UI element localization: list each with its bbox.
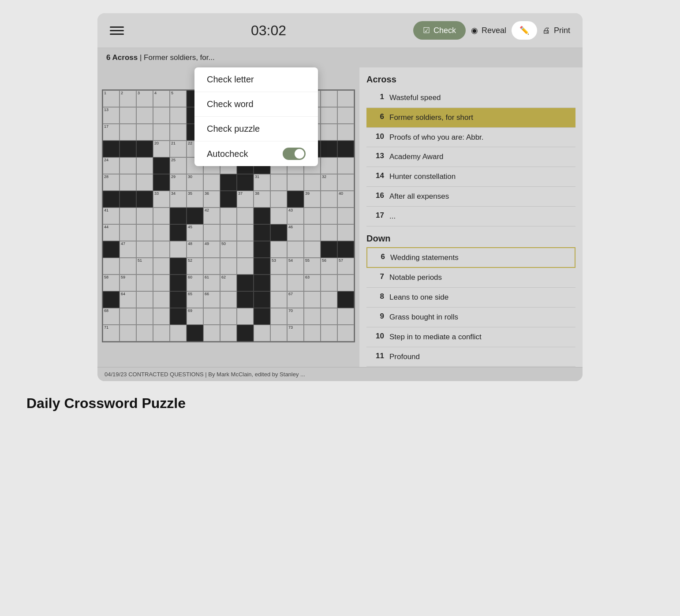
cell-5-9[interactable]: 31 <box>254 174 270 191</box>
cell-0-1[interactable]: 2 <box>120 90 136 107</box>
cell-6-5[interactable]: 35 <box>187 191 203 208</box>
cell-4-4[interactable]: 25 <box>170 157 187 174</box>
cell-12-6[interactable]: 66 <box>203 291 220 308</box>
clue-across-6[interactable]: 6 Former soldiers, for short <box>366 108 575 128</box>
cell-8-5[interactable]: 45 <box>187 224 203 241</box>
cell-12-1[interactable]: 64 <box>120 291 136 308</box>
clue-across-10[interactable]: 10 Proofs of who you are: Abbr. <box>366 128 575 148</box>
cell-9-5[interactable]: 48 <box>187 241 203 258</box>
cell-5-12[interactable] <box>304 174 321 191</box>
cell-5-1[interactable] <box>120 174 136 191</box>
cell-14-12[interactable] <box>304 325 321 341</box>
check-word-item[interactable]: Check word <box>194 92 318 117</box>
cell-9-10[interactable] <box>270 241 287 258</box>
cell-5-11[interactable] <box>287 174 304 191</box>
cell-11-3[interactable] <box>153 275 170 291</box>
cell-10-7[interactable] <box>220 258 237 275</box>
cell-9-11[interactable] <box>287 241 304 258</box>
cell-6-13[interactable] <box>321 191 337 208</box>
cell-6-3[interactable]: 33 <box>153 191 170 208</box>
cell-9-7[interactable]: 50 <box>220 241 237 258</box>
cell-14-7[interactable] <box>220 325 237 341</box>
cell-6-14[interactable]: 40 <box>337 191 354 208</box>
cell-13-6[interactable] <box>203 308 220 325</box>
cell-14-11[interactable]: 73 <box>287 325 304 341</box>
cell-11-5[interactable]: 60 <box>187 275 203 291</box>
cell-11-11[interactable] <box>287 275 304 291</box>
cell-13-13[interactable] <box>321 308 337 325</box>
cell-0-0[interactable]: 1 <box>103 90 120 107</box>
cell-11-12[interactable]: 63 <box>304 275 321 291</box>
cell-2-1[interactable] <box>120 124 136 141</box>
cell-9-4[interactable] <box>170 241 187 258</box>
cell-1-3[interactable] <box>153 107 170 124</box>
cell-2-2[interactable] <box>136 124 153 141</box>
clue-down-7[interactable]: 7 Notable periods <box>366 268 575 288</box>
cell-13-0[interactable]: 68 <box>103 308 120 325</box>
cell-4-2[interactable] <box>136 157 153 174</box>
cell-1-4[interactable] <box>170 107 187 124</box>
cell-14-10[interactable] <box>270 325 287 341</box>
cell-10-12[interactable]: 55 <box>304 258 321 275</box>
reveal-button[interactable]: ◉ Reveal <box>471 26 506 35</box>
cell-5-6[interactable] <box>203 174 220 191</box>
cell-10-13[interactable]: 56 <box>321 258 337 275</box>
cell-14-13[interactable] <box>321 325 337 341</box>
cell-13-10[interactable] <box>270 308 287 325</box>
cell-5-0[interactable]: 28 <box>103 174 120 191</box>
clue-across-14[interactable]: 14 Hunter constellation <box>366 167 575 187</box>
cell-8-6[interactable] <box>203 224 220 241</box>
cell-9-8[interactable] <box>237 241 254 258</box>
cell-10-8[interactable] <box>237 258 254 275</box>
cell-12-5[interactable]: 65 <box>187 291 203 308</box>
cell-14-1[interactable] <box>120 325 136 341</box>
cell-13-1[interactable] <box>120 308 136 325</box>
cell-1-1[interactable] <box>120 107 136 124</box>
cell-12-7[interactable] <box>220 291 237 308</box>
cell-10-3[interactable] <box>153 258 170 275</box>
cell-7-12[interactable] <box>304 208 321 224</box>
cell-5-5[interactable]: 30 <box>187 174 203 191</box>
print-button[interactable]: 🖨 Print <box>542 26 570 35</box>
cell-12-11[interactable]: 67 <box>287 291 304 308</box>
cell-13-5[interactable]: 69 <box>187 308 203 325</box>
cell-6-6[interactable]: 36 <box>203 191 220 208</box>
cell-10-5[interactable]: 52 <box>187 258 203 275</box>
cell-1-13[interactable] <box>321 107 337 124</box>
cell-3-4[interactable]: 21 <box>170 141 187 157</box>
cell-2-4[interactable] <box>170 124 187 141</box>
cell-13-3[interactable] <box>153 308 170 325</box>
cell-14-4[interactable] <box>170 325 187 341</box>
check-puzzle-item[interactable]: Check puzzle <box>194 117 318 141</box>
cell-1-2[interactable] <box>136 107 153 124</box>
cell-11-13[interactable] <box>321 275 337 291</box>
cell-4-14[interactable] <box>337 157 354 174</box>
cell-5-2[interactable] <box>136 174 153 191</box>
cell-1-14[interactable] <box>337 107 354 124</box>
cell-9-3[interactable] <box>153 241 170 258</box>
cell-8-8[interactable] <box>237 224 254 241</box>
cell-12-12[interactable] <box>304 291 321 308</box>
cell-2-14[interactable] <box>337 124 354 141</box>
cell-7-1[interactable] <box>120 208 136 224</box>
cell-9-1[interactable]: 47 <box>120 241 136 258</box>
clue-down-6[interactable]: 6 Wedding statements <box>366 247 575 268</box>
cell-7-2[interactable] <box>136 208 153 224</box>
clue-across-16[interactable]: 16 After all expenses <box>366 187 575 207</box>
cell-11-6[interactable]: 61 <box>203 275 220 291</box>
cell-2-3[interactable] <box>153 124 170 141</box>
cell-7-14[interactable] <box>337 208 354 224</box>
clue-across-1[interactable]: 1 Wasteful speed <box>366 88 575 108</box>
check-letter-item[interactable]: Check letter <box>194 67 318 92</box>
cell-7-0[interactable]: 41 <box>103 208 120 224</box>
cell-13-7[interactable] <box>220 308 237 325</box>
cell-7-3[interactable] <box>153 208 170 224</box>
cell-13-2[interactable] <box>136 308 153 325</box>
cell-1-0[interactable]: 13 <box>103 107 120 124</box>
cell-9-2[interactable] <box>136 241 153 258</box>
autocheck-toggle[interactable] <box>283 148 306 160</box>
pencil-button[interactable]: ✏️ <box>512 21 537 40</box>
cell-10-6[interactable] <box>203 258 220 275</box>
cell-5-13[interactable]: 32 <box>321 174 337 191</box>
cell-7-7[interactable] <box>220 208 237 224</box>
